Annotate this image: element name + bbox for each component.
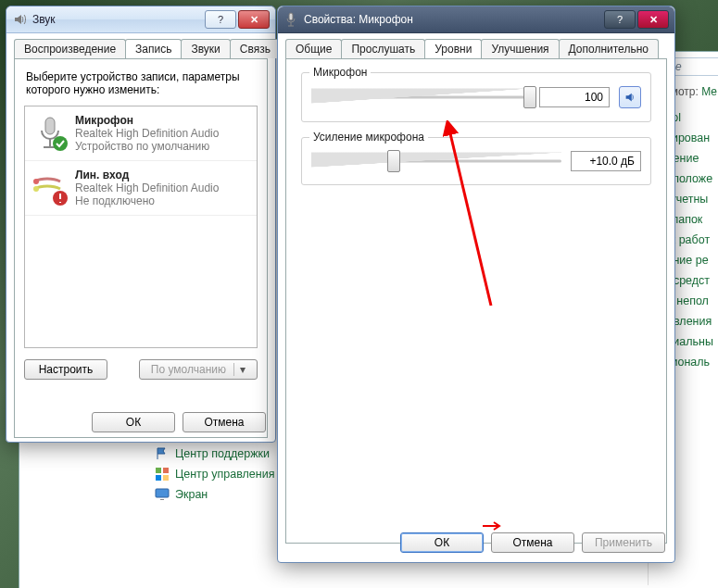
window-title: Звук [32,13,203,26]
category-links: Центр поддержкиЦентр управленияЭкран [155,441,274,507]
tab-связь[interactable]: Связь [230,39,281,58]
tab-strip: ВоспроизведениеЗаписьЗвукиСвязь [14,39,275,58]
microphone-level-group: Микрофон 100 [301,72,651,122]
microphone-boost-value[interactable]: +10.0 дБ [571,151,641,171]
device-maker: Realtek High Definition Audio [75,127,219,140]
sound-window: Звук ? ✕ ВоспроизведениеЗаписьЗвукиСвязь… [6,6,276,443]
tab-воспроизведение[interactable]: Воспроизведение [14,39,126,58]
svg-rect-5 [45,118,55,134]
page-description: Выберите устройство записи, параметры ко… [26,70,256,96]
chevron-down-icon: ▾ [233,363,246,376]
tab-уровни[interactable]: Уровни [424,39,482,58]
device-row[interactable]: МикрофонRealtek High Definition AudioУст… [25,106,257,161]
titlebar[interactable]: Свойства: Микрофон ? ✕ [278,6,674,33]
set-default-button[interactable]: По умолчанию ▾ [139,359,258,380]
device-list[interactable]: МикрофонRealtek High Definition AudioУст… [24,106,258,348]
set-default-label: По умолчанию [151,363,226,376]
tab-общие[interactable]: Общие [285,39,342,58]
category-link[interactable]: Центр поддержки [155,446,274,461]
svg-point-7 [33,179,39,184]
device-text: МикрофонRealtek High Definition AudioУст… [75,114,219,153]
button-row: Настроить По умолчанию ▾ [24,359,258,380]
link-label: Центр поддержки [175,447,270,460]
device-row[interactable]: Лин. входRealtek High Definition AudioНе… [25,161,257,216]
grid-icon [155,467,175,482]
svg-rect-3 [163,475,169,481]
close-button[interactable]: ✕ [637,10,669,29]
group-legend: Микрофон [309,66,371,79]
ok-button[interactable]: ОК [92,412,175,432]
microphone-boost-slider[interactable] [311,151,561,171]
category-link[interactable]: Центр управления [155,467,274,482]
category-link[interactable]: Экран [155,487,274,502]
svg-rect-2 [156,475,161,481]
tab-улучшения[interactable]: Улучшения [481,39,559,58]
cancel-button[interactable]: Отмена [491,532,574,553]
close-button[interactable]: ✕ [238,10,270,29]
microphone-level-slider[interactable] [311,87,530,107]
sound-icon [12,12,27,27]
tab-дополнительно[interactable]: Дополнительно [559,39,659,58]
link-label: Центр управления [175,468,274,481]
tab-запись[interactable]: Запись [125,39,182,58]
svg-rect-4 [156,489,169,497]
ok-button[interactable]: ОК [400,532,484,553]
apply-button[interactable]: Применить [582,532,665,553]
svg-point-8 [33,186,39,192]
svg-rect-0 [156,468,161,473]
device-icon [31,114,69,153]
device-name: Микрофон [75,114,219,127]
tab-page-levels: Микрофон 100 Усиление микрофона [285,58,667,544]
cancel-button[interactable]: Отмена [183,412,266,432]
footer-buttons: ОК Отмена Применить [400,532,665,553]
view-value[interactable]: Ме [701,85,717,98]
microphone-level-value[interactable]: 100 [539,87,610,107]
svg-point-6 [53,136,68,151]
view-row: мотр: Ме [671,85,717,98]
svg-rect-1 [163,468,169,473]
tab-page-recording: Выберите устройство записи, параметры ко… [14,58,268,438]
flag-icon [155,446,175,461]
device-icon [31,169,69,207]
tab-звуки[interactable]: Звуки [181,39,230,58]
device-text: Лин. входRealtek High Definition AudioНе… [75,169,219,207]
svg-rect-10 [289,13,293,20]
speaker-icon[interactable] [619,86,641,108]
screen-icon [155,487,175,502]
slider-row: +10.0 дБ [311,151,641,171]
device-status: Устройство по умолчанию [75,140,219,153]
microphone-icon [283,12,298,27]
link-label: Экран [175,488,208,501]
help-button[interactable]: ? [205,10,236,29]
configure-button[interactable]: Настроить [24,359,107,380]
help-button[interactable]: ? [604,10,636,29]
device-status: Не подключено [75,194,219,207]
mic-properties-window: Свойства: Микрофон ? ✕ ОбщиеПрослушатьУр… [277,6,675,563]
microphone-boost-group: Усиление микрофона +10.0 дБ [301,137,651,185]
footer-buttons: ОК Отмена [92,412,266,432]
titlebar[interactable]: Звук ? ✕ [6,6,275,33]
slider-row: 100 [311,86,641,108]
device-maker: Realtek High Definition Audio [75,181,219,194]
tab-прослушать[interactable]: Прослушать [341,39,425,58]
group-legend: Усиление микрофона [309,131,428,144]
tab-strip: ОбщиеПрослушатьУровниУлучшенияДополнител… [285,39,674,58]
window-title: Свойства: Микрофон [304,13,602,26]
device-name: Лин. вход [75,169,219,181]
